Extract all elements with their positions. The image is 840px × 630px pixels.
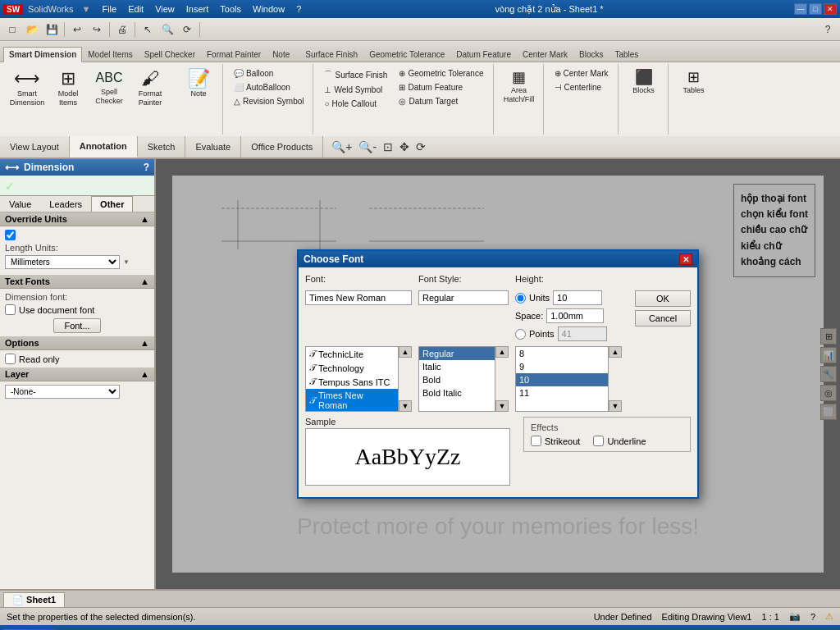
text-fonts-section[interactable]: Text Fonts ▲ bbox=[0, 275, 154, 289]
redo-button[interactable]: ↪ bbox=[88, 21, 106, 39]
zoom-button[interactable]: 🔍 bbox=[158, 21, 176, 39]
pointer-button[interactable]: ↖ bbox=[139, 21, 157, 39]
centerline-btn[interactable]: ⊣ Centerline bbox=[550, 81, 613, 94]
style-scroll-up[interactable]: ▲ bbox=[495, 346, 509, 358]
tab-other[interactable]: Other bbox=[91, 196, 133, 212]
cancel-button[interactable]: Cancel bbox=[635, 310, 691, 326]
hole-callout-btn[interactable]: ○ Hole Callout bbox=[320, 98, 391, 110]
strikeout-checkbox[interactable] bbox=[531, 436, 541, 446]
tab-evaluate[interactable]: Evaluate bbox=[185, 136, 241, 158]
tab-format-painter[interactable]: Format Painter bbox=[201, 47, 267, 62]
layer-section[interactable]: Layer ▲ bbox=[0, 368, 154, 381]
minimize-button[interactable]: — bbox=[794, 3, 807, 15]
points-radio[interactable] bbox=[515, 329, 526, 340]
override-units-section[interactable]: Override Units ▲ bbox=[0, 212, 154, 226]
autoballoon-btn[interactable]: ⬜ AutoBalloon bbox=[230, 81, 308, 94]
new-button[interactable]: □ bbox=[3, 21, 21, 39]
spell-checker-btn[interactable]: ABC SpellChecker bbox=[90, 67, 128, 108]
weld-symbol-btn[interactable]: ⊥ Weld Symbol bbox=[320, 84, 391, 96]
print-button[interactable]: 🖨 bbox=[113, 21, 131, 39]
accept-icon[interactable]: ✓ bbox=[5, 180, 15, 193]
space-input[interactable] bbox=[546, 308, 604, 323]
tables-btn[interactable]: ⊞ Tables bbox=[675, 67, 713, 97]
zoom-out-icon[interactable]: 🔍- bbox=[357, 139, 378, 155]
menu-insert[interactable]: Insert bbox=[183, 4, 212, 14]
style-list-item-0[interactable]: Regular bbox=[419, 347, 495, 360]
use-doc-font-checkbox[interactable] bbox=[5, 304, 16, 315]
underline-checkbox[interactable] bbox=[593, 436, 604, 446]
fit-icon[interactable]: ⊡ bbox=[381, 139, 395, 155]
pan-icon[interactable]: ✥ bbox=[398, 139, 411, 155]
font-button[interactable]: Font... bbox=[53, 318, 100, 333]
blocks-btn[interactable]: ⬛ Blocks bbox=[625, 67, 663, 97]
menu-view[interactable]: View bbox=[152, 4, 178, 14]
tab-geometric-tol[interactable]: Geometric Tolerance bbox=[363, 47, 450, 62]
font-list-item-3[interactable]: 𝒯 Times New Roman bbox=[306, 389, 398, 412]
override-units-checkbox[interactable] bbox=[5, 230, 16, 240]
save-button[interactable]: 💾 bbox=[43, 21, 61, 39]
datum-target-btn[interactable]: ◎ Datum Target bbox=[395, 95, 487, 107]
style-list-item-3[interactable]: Bold Italic bbox=[419, 386, 495, 399]
tab-smart-dimension[interactable]: Smart Dimension bbox=[3, 47, 82, 62]
style-scroll-down[interactable]: ▼ bbox=[495, 400, 509, 412]
length-units-select[interactable]: Millimeters bbox=[5, 255, 120, 269]
font-scroll-up[interactable]: ▲ bbox=[399, 346, 412, 358]
smart-dimension-btn[interactable]: ⟷ SmartDimension bbox=[8, 67, 46, 110]
font-name-input[interactable] bbox=[305, 290, 412, 305]
font-scroll-down[interactable]: ▼ bbox=[399, 400, 412, 412]
style-list-item-1[interactable]: Italic bbox=[419, 360, 495, 373]
size-scroll-down[interactable]: ▼ bbox=[609, 400, 622, 412]
tab-sketch[interactable]: Sketch bbox=[138, 136, 186, 158]
options-section[interactable]: Options ▲ bbox=[0, 336, 154, 350]
ok-button[interactable]: OK bbox=[635, 290, 691, 307]
tab-datum-feature[interactable]: Datum Feature bbox=[450, 47, 517, 62]
font-list-item-1[interactable]: 𝒯 Technology bbox=[306, 361, 398, 375]
geometric-tol-btn[interactable]: ⊕ Geometric Tolerance bbox=[395, 67, 487, 80]
note-btn[interactable]: 📝 Note bbox=[180, 67, 217, 100]
tab-tables[interactable]: Tables bbox=[609, 47, 644, 62]
layer-select[interactable]: -None- bbox=[5, 385, 120, 399]
read-only-checkbox[interactable] bbox=[5, 354, 16, 364]
menu-help[interactable]: ? bbox=[293, 4, 304, 14]
tab-center-mark[interactable]: Center Mark bbox=[517, 47, 573, 62]
menu-tools[interactable]: Tools bbox=[217, 4, 244, 14]
size-list-item-3[interactable]: 11 bbox=[516, 386, 608, 399]
font-list-item-0[interactable]: 𝒯 TechnicLite bbox=[306, 347, 398, 361]
close-button[interactable]: ✕ bbox=[824, 3, 837, 15]
rotate-icon[interactable]: ⟳ bbox=[414, 139, 427, 155]
tab-spell-checker[interactable]: Spell Checker bbox=[139, 47, 201, 62]
center-mark-btn[interactable]: ⊕ Center Mark bbox=[550, 67, 613, 80]
size-list-item-1[interactable]: 9 bbox=[516, 360, 608, 373]
tab-view-layout[interactable]: View Layout bbox=[0, 136, 70, 158]
tab-model-items[interactable]: Model Items bbox=[82, 47, 138, 62]
size-scroll-up[interactable]: ▲ bbox=[609, 346, 622, 358]
surface-finish-btn[interactable]: ⌒ Surface Finish bbox=[320, 67, 391, 82]
tab-surface-finish[interactable]: Surface Finish bbox=[299, 47, 363, 62]
rotate-button[interactable]: ⟳ bbox=[178, 21, 196, 39]
tab-value[interactable]: Value bbox=[0, 196, 40, 212]
tab-leaders[interactable]: Leaders bbox=[40, 196, 91, 212]
zoom-in-icon[interactable]: 🔍+ bbox=[330, 139, 354, 155]
style-list-item-2[interactable]: Bold bbox=[419, 373, 495, 386]
size-listbox[interactable]: 8 9 10 11 bbox=[515, 346, 609, 412]
sheet-tab-1[interactable]: 📄 Sheet1 bbox=[3, 592, 65, 607]
area-hatch-btn[interactable]: ▦ AreaHatch/Fill bbox=[500, 67, 538, 107]
font-style-input[interactable] bbox=[418, 290, 509, 305]
datum-feature-btn[interactable]: ⊞ Datum Feature bbox=[395, 81, 487, 94]
tab-annotation[interactable]: Annotation bbox=[70, 136, 138, 158]
help-icon[interactable]: ? bbox=[144, 162, 149, 173]
tab-note[interactable]: Note bbox=[267, 47, 295, 62]
revision-symbol-btn[interactable]: △ Revision Symbol bbox=[230, 95, 308, 107]
size-list-item-2[interactable]: 10 bbox=[516, 373, 608, 386]
units-radio[interactable] bbox=[515, 293, 526, 304]
size-list-item-0[interactable]: 8 bbox=[516, 347, 608, 360]
tab-blocks[interactable]: Blocks bbox=[573, 47, 609, 62]
restore-button[interactable]: □ bbox=[809, 3, 822, 15]
tab-office-products[interactable]: Office Products bbox=[241, 136, 323, 158]
menu-file[interactable]: File bbox=[98, 4, 120, 14]
units-value-input[interactable] bbox=[553, 290, 602, 305]
help-button[interactable]: ? bbox=[819, 21, 837, 39]
style-listbox[interactable]: Regular Italic Bold Bold Italic bbox=[418, 346, 495, 412]
font-listbox[interactable]: 𝒯 TechnicLite 𝒯 Technology 𝒯 bbox=[305, 346, 399, 412]
balloon-btn[interactable]: 💬 Balloon bbox=[230, 67, 308, 80]
